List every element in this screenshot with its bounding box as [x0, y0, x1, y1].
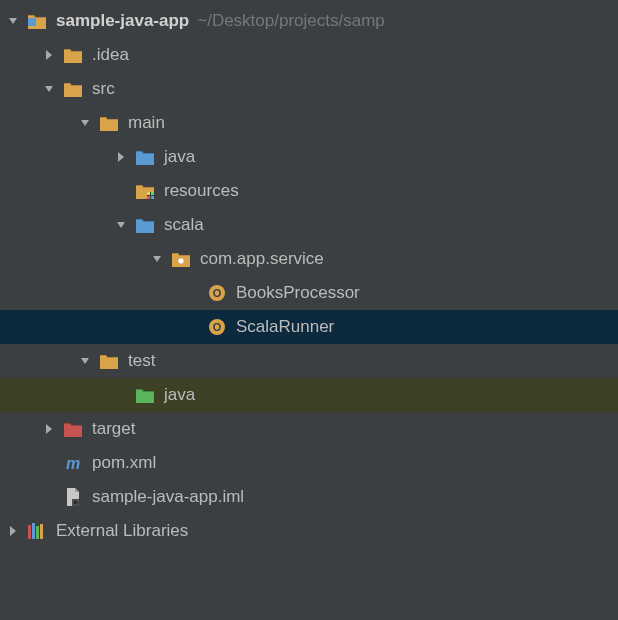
node-label: com.app.service	[200, 249, 324, 269]
chevron-down-icon[interactable]	[4, 12, 22, 30]
scala-object-icon: O	[206, 316, 228, 338]
tree-node-scala[interactable]: scala	[0, 208, 618, 242]
node-label: pom.xml	[92, 453, 156, 473]
source-folder-icon	[134, 146, 156, 168]
tree-node-java[interactable]: java	[0, 140, 618, 174]
tree-node-root[interactable]: sample-java-app ~/Desktop/projects/samp	[0, 4, 618, 38]
source-folder-icon	[134, 214, 156, 236]
module-folder-icon	[26, 10, 48, 32]
svg-text:O: O	[213, 321, 222, 333]
svg-rect-2	[147, 192, 150, 195]
chevron-down-icon[interactable]	[112, 216, 130, 234]
svg-point-6	[178, 258, 184, 264]
file-icon	[62, 486, 84, 508]
node-label: sample-java-app.iml	[92, 487, 244, 507]
node-label: java	[164, 385, 195, 405]
excluded-folder-icon	[62, 418, 84, 440]
svg-text:O: O	[213, 287, 222, 299]
tree-node-test-java[interactable]: java	[0, 378, 618, 412]
chevron-right-icon[interactable]	[4, 522, 22, 540]
node-label: External Libraries	[56, 521, 188, 541]
node-label: sample-java-app	[56, 11, 189, 31]
node-path: ~/Desktop/projects/samp	[197, 11, 385, 31]
tree-node-external-libraries[interactable]: External Libraries	[0, 514, 618, 548]
chevron-down-icon[interactable]	[76, 352, 94, 370]
tree-node-target[interactable]: target	[0, 412, 618, 446]
node-label: test	[128, 351, 155, 371]
tree-node-test[interactable]: test	[0, 344, 618, 378]
svg-rect-17	[40, 524, 43, 539]
tree-node-src[interactable]: src	[0, 72, 618, 106]
chevron-right-icon[interactable]	[40, 420, 58, 438]
svg-text:m: m	[66, 455, 80, 472]
folder-icon	[62, 78, 84, 100]
svg-rect-5	[151, 196, 154, 199]
package-icon	[170, 248, 192, 270]
tree-node-scala-runner[interactable]: O ScalaRunner	[0, 310, 618, 344]
tree-node-resources[interactable]: resources	[0, 174, 618, 208]
chevron-down-icon[interactable]	[76, 114, 94, 132]
node-label: java	[164, 147, 195, 167]
scala-object-icon: O	[206, 282, 228, 304]
svg-rect-14	[28, 525, 31, 539]
node-label: main	[128, 113, 165, 133]
node-label: resources	[164, 181, 239, 201]
node-label: BooksProcessor	[236, 283, 360, 303]
tree-node-books-processor[interactable]: O BooksProcessor	[0, 276, 618, 310]
svg-rect-15	[32, 523, 35, 539]
folder-icon	[62, 44, 84, 66]
project-tree: sample-java-app ~/Desktop/projects/samp …	[0, 0, 618, 548]
svg-rect-13	[73, 500, 78, 505]
svg-rect-4	[147, 196, 150, 199]
node-label: src	[92, 79, 115, 99]
chevron-down-icon[interactable]	[40, 80, 58, 98]
node-label: .idea	[92, 45, 129, 65]
svg-rect-3	[151, 192, 154, 195]
node-label: scala	[164, 215, 204, 235]
tree-node-iml[interactable]: sample-java-app.iml	[0, 480, 618, 514]
svg-rect-16	[36, 526, 39, 539]
tree-node-idea[interactable]: .idea	[0, 38, 618, 72]
chevron-down-icon[interactable]	[148, 250, 166, 268]
folder-icon	[98, 350, 120, 372]
svg-rect-0	[28, 18, 36, 26]
test-source-folder-icon	[134, 384, 156, 406]
chevron-right-icon[interactable]	[40, 46, 58, 64]
tree-node-main[interactable]: main	[0, 106, 618, 140]
folder-icon	[98, 112, 120, 134]
node-label: target	[92, 419, 135, 439]
chevron-right-icon[interactable]	[112, 148, 130, 166]
node-label: ScalaRunner	[236, 317, 334, 337]
maven-icon: m	[62, 452, 84, 474]
tree-node-package[interactable]: com.app.service	[0, 242, 618, 276]
resources-folder-icon	[134, 180, 156, 202]
tree-node-pom[interactable]: m pom.xml	[0, 446, 618, 480]
libraries-icon	[26, 520, 48, 542]
